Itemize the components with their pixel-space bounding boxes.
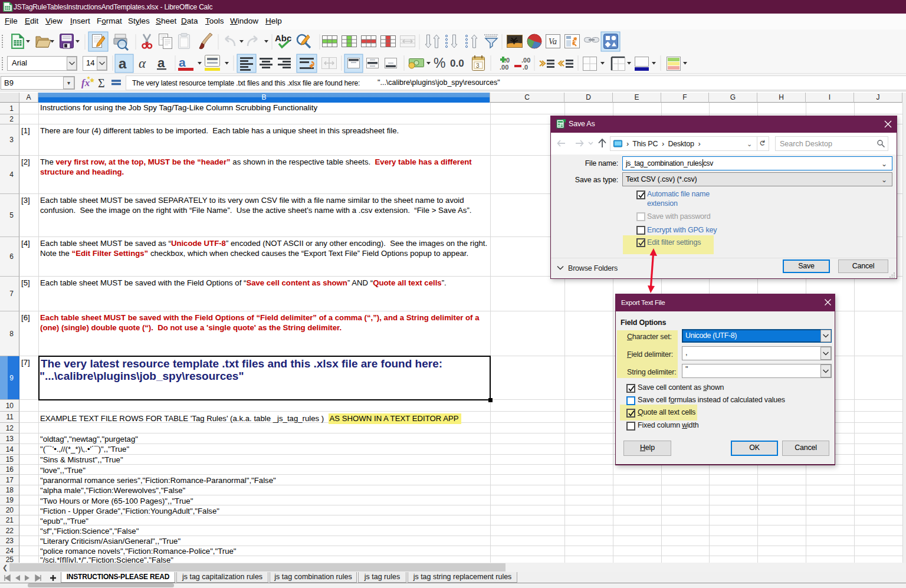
svg-text:Va: Va	[549, 37, 557, 46]
svg-text:.0: .0	[504, 57, 510, 64]
svg-text:.0: .0	[523, 64, 528, 71]
svg-text:.00: .00	[521, 57, 530, 64]
svg-text:α: α	[139, 56, 146, 71]
svg-text:3: 3	[476, 63, 480, 69]
svg-text:.00: .00	[500, 64, 508, 71]
svg-text:%: %	[434, 55, 445, 71]
svg-text:0.0: 0.0	[450, 58, 464, 69]
svg-text:a: a	[119, 55, 127, 71]
svg-text:a: a	[157, 55, 165, 70]
svg-text:a: a	[179, 55, 186, 69]
svg-text:Σ: Σ	[98, 77, 105, 90]
svg-text:fx: fx	[81, 77, 90, 88]
